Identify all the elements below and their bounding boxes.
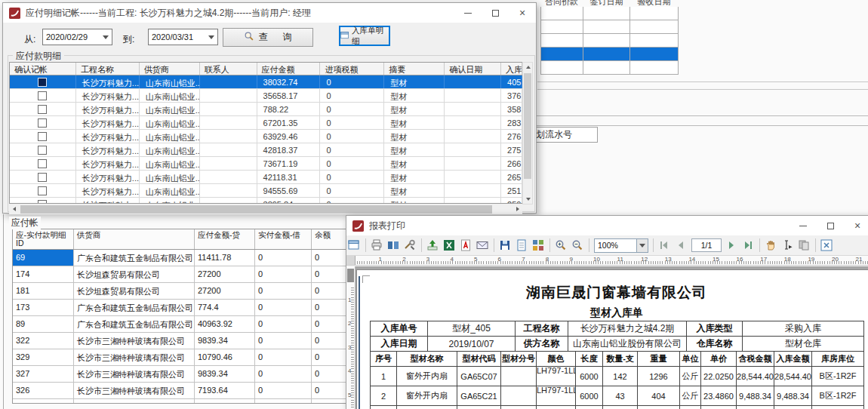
mail-icon[interactable] — [476, 239, 489, 252]
query-button[interactable]: 查 询 — [223, 28, 313, 47]
tools-icon[interactable] — [404, 239, 417, 252]
column-header[interactable]: 应-实付款明细ID — [13, 229, 74, 249]
maximize-button[interactable] — [817, 216, 844, 235]
vertical-scrollbar[interactable] — [522, 62, 533, 204]
table-row[interactable]: 长沙万科魅力...山东南山铝业...42818.370型材275 — [10, 143, 522, 157]
maximize-button[interactable] — [482, 3, 509, 23]
ruler-number: 15 — [713, 256, 719, 263]
cell — [200, 116, 257, 129]
from-date-select[interactable]: 2020/02/29 — [42, 29, 112, 45]
table-row[interactable]: 长沙万科魅力...山东南山铝业...94555.690型材251 — [10, 184, 522, 198]
table-row[interactable]: 长沙万科魅力...山东南山铝业...63929.460型材276 — [10, 130, 522, 143]
chevron-down-icon[interactable] — [205, 29, 217, 45]
zoom-select[interactable]: 100% — [594, 238, 648, 253]
close-icon[interactable] — [820, 239, 833, 252]
confirm-checkbox[interactable] — [38, 186, 47, 195]
confirm-checkbox[interactable] — [38, 91, 47, 100]
save-icon[interactable] — [499, 239, 512, 252]
scrollbar-thumb[interactable] — [524, 73, 531, 179]
scroll-left-icon[interactable] — [9, 204, 19, 214]
column-header[interactable]: 实付金额-借 — [255, 229, 312, 249]
close-button[interactable]: × — [844, 216, 868, 235]
column-header[interactable]: 供货商 — [74, 229, 195, 249]
ruler-number: 3 — [426, 256, 429, 263]
column-header[interactable]: 进项税额 — [320, 63, 384, 75]
zoom-value: 100% — [595, 241, 636, 250]
close-button[interactable]: × — [509, 3, 536, 23]
window-icon[interactable] — [348, 239, 361, 252]
confirm-checkbox[interactable] — [38, 146, 47, 155]
cell: 0 — [320, 157, 384, 170]
column-header[interactable]: 确认日期 — [445, 63, 501, 75]
inbound-detail-button[interactable]: 入库单明细 — [339, 26, 390, 46]
contract-table-header: 合同价款签订日期验收日期 — [540, 0, 679, 7]
prev-page-icon[interactable] — [675, 239, 688, 252]
table-row[interactable] — [540, 48, 679, 61]
scrollbar-thumb[interactable] — [20, 205, 492, 214]
next-page-icon[interactable] — [725, 239, 738, 252]
confirm-checkbox[interactable] — [38, 159, 47, 168]
cell — [200, 143, 257, 156]
column-header[interactable]: 入库 — [501, 63, 522, 75]
cell: B区-1R2F — [812, 386, 864, 406]
cell: 9839.34 — [195, 333, 255, 349]
first-page-icon[interactable] — [658, 239, 671, 252]
grid-icon[interactable] — [532, 239, 545, 252]
confirm-checkbox[interactable] — [38, 105, 47, 114]
excel-icon[interactable] — [443, 239, 456, 252]
table-row[interactable]: 长沙万科魅力...山东南山铝业...73671.190型材266 — [10, 157, 522, 171]
printer-icon[interactable] — [371, 239, 383, 252]
column-header[interactable]: 验收日期 — [630, 0, 678, 7]
ruler-number: 18 — [784, 256, 791, 263]
column-header[interactable]: 摘要 — [384, 63, 445, 75]
table-row[interactable]: 长沙万科魅力...山东南山铝业...35658.170型材376 — [10, 89, 522, 103]
confirm-checkbox[interactable] — [38, 118, 47, 128]
scroll-right-icon[interactable] — [512, 204, 522, 214]
confirm-checkbox[interactable] — [38, 200, 47, 204]
column-header[interactable]: 确认记帐 — [10, 63, 76, 75]
info-label: 供方名称 — [516, 337, 568, 352]
copy-icon[interactable] — [798, 239, 811, 252]
dropdown-arrow-icon[interactable] — [636, 239, 648, 252]
column-header[interactable]: 应付金额 — [257, 63, 321, 75]
column-header[interactable]: 工程名称 — [76, 63, 140, 75]
table-row[interactable] — [540, 20, 679, 34]
page-icon[interactable] — [516, 239, 528, 252]
text-select-icon[interactable] — [781, 239, 794, 252]
confirm-checkbox[interactable] — [38, 132, 47, 141]
zoom-in-icon[interactable] — [555, 239, 568, 252]
table-row[interactable] — [540, 61, 679, 75]
column-header[interactable]: 联系人 — [200, 63, 257, 75]
table-row[interactable] — [540, 7, 679, 20]
info-label: 入库日期 — [371, 337, 428, 352]
column-header[interactable]: 供货商 — [140, 63, 200, 75]
chevron-down-icon[interactable] — [99, 29, 112, 45]
export-icon[interactable] — [426, 239, 439, 252]
last-page-icon[interactable] — [742, 239, 755, 252]
cell: 173 — [13, 300, 74, 315]
hand-icon[interactable] — [765, 239, 777, 252]
to-date-select[interactable]: 2020/03/31 — [148, 29, 218, 45]
scroll-down-icon[interactable] — [523, 195, 533, 204]
table-row[interactable]: 长沙万科魅力...山东南山铝业...67201.350型材283 — [10, 116, 522, 130]
confirm-checkbox[interactable] — [38, 78, 47, 87]
confirm-checkbox[interactable] — [38, 173, 47, 182]
cell: 1296 — [638, 367, 680, 386]
table-row[interactable]: 长沙万科魅力...山东南山铝业...788.220型材358 — [10, 103, 522, 116]
column-header[interactable]: 应付金额-贷 — [195, 229, 255, 249]
zoom-out-icon[interactable] — [571, 239, 584, 252]
column-header[interactable]: 签订日期 — [583, 0, 630, 7]
minimize-button[interactable] — [454, 3, 482, 23]
column-header[interactable]: 合同价款 — [540, 0, 583, 7]
horizontal-scrollbar[interactable] — [9, 204, 522, 214]
ruler-thumb[interactable] — [347, 269, 354, 282]
pdf-icon[interactable] — [460, 239, 472, 252]
minimize-button[interactable] — [790, 216, 817, 235]
book-icon[interactable] — [387, 239, 400, 252]
scroll-up-icon[interactable] — [523, 63, 533, 72]
table-row[interactable] — [540, 34, 679, 48]
page-number-input[interactable]: 1/1 — [691, 238, 722, 252]
table-row[interactable]: 长沙万科魅力...山东南山铝业...3895.840型材250 — [10, 198, 522, 204]
table-row[interactable]: 长沙万科魅力...山东南山铝业...42118.310型材265 — [10, 171, 522, 184]
table-row[interactable]: 长沙万科魅力...山东南山铝业...38032.740型材405 — [10, 75, 522, 89]
